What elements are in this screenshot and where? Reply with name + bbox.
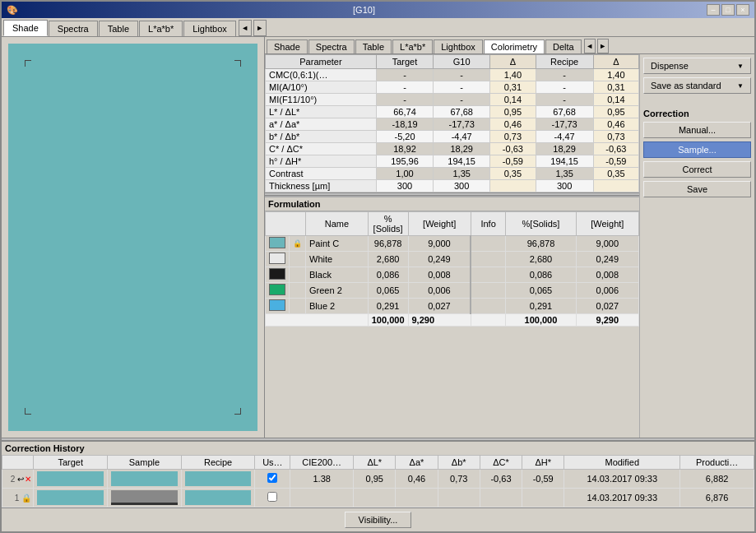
manual-button[interactable]: Manual...	[643, 122, 751, 138]
right-tab-spectra[interactable]: Spectra	[308, 39, 355, 53]
delta1-cell: 0,14	[490, 94, 536, 106]
right-tab-colorimetry[interactable]: Colorimetry	[484, 39, 545, 53]
pct-solids-right: 0,086	[506, 267, 576, 283]
weight-left: 0,006	[408, 283, 471, 299]
correct-button[interactable]: Correct	[643, 161, 751, 178]
colorimetry-table: Parameter Target G10 Δ Recipe Δ	[265, 54, 639, 192]
save-as-standard-button[interactable]: Save as standard ▼	[643, 77, 751, 94]
hist-col-dc: ΔC*	[480, 456, 522, 470]
delta2-cell: 0,46	[593, 118, 638, 131]
correction-label: Correction	[643, 109, 751, 118]
hist-checkbox-cell[interactable]	[255, 470, 290, 489]
formulation-row: Black 0,086 0,008 0,086 0,008	[266, 267, 639, 283]
weight-left: 0,008	[408, 267, 471, 283]
weight-right: 0,027	[576, 299, 638, 314]
left-panel	[2, 37, 265, 438]
hist-dc-cell	[480, 489, 522, 508]
right-tab-delta[interactable]: Delta	[545, 39, 582, 53]
tab-next-button[interactable]: ►	[253, 20, 267, 36]
visibility-button[interactable]: Visibility...	[345, 512, 412, 528]
formulation-row: Blue 2 0,291 0,027 0,291 0,027	[266, 299, 639, 314]
footer-info	[471, 314, 506, 327]
pct-solids-left: 0,086	[368, 267, 408, 283]
target-swatch	[37, 471, 104, 486]
right-tab-prev[interactable]: ◄	[584, 39, 596, 53]
right-tab-next[interactable]: ►	[597, 39, 609, 53]
recipe-cell: -	[536, 94, 593, 106]
hist-cie-cell	[290, 489, 354, 508]
right-tab-shade[interactable]: Shade	[267, 39, 308, 53]
colorimetry-row: Contrast 1,00 1,35 0,35 1,35 0,35	[266, 168, 639, 180]
tab-prev-button[interactable]: ◄	[239, 20, 252, 36]
right-tab-bar: Shade Spectra Table L*a*b* Lightbox Colo…	[265, 37, 754, 54]
dispense-button[interactable]: Dispense ▼	[643, 58, 751, 74]
swatch-cell	[266, 283, 290, 299]
side-buttons-panel: Dispense ▼ Save as standard ▼ Correction…	[639, 54, 754, 438]
lock-cell: 🔒	[290, 236, 306, 252]
history-checkbox[interactable]	[267, 473, 277, 483]
hist-target-cell	[34, 470, 108, 489]
swatch-cell	[266, 252, 290, 267]
hist-recipe-cell	[181, 489, 255, 508]
delta2-cell: 0,73	[593, 131, 638, 143]
colorimetry-row: CMC(0,6:1)(… - - 1,40 - 1,40	[266, 69, 639, 81]
sample-swatch	[111, 471, 178, 486]
hist-col-dh: ΔH*	[522, 456, 564, 470]
footer-wt2: 9,290	[576, 314, 638, 327]
color-swatch	[269, 237, 285, 248]
colorimetry-table-container: Parameter Target G10 Δ Recipe Δ	[265, 54, 639, 192]
g10-cell: -	[434, 94, 490, 106]
info-separator	[471, 236, 506, 252]
bottom-area: Visibility...	[2, 508, 754, 531]
hist-checkbox-cell[interactable]	[255, 489, 290, 508]
formulation-section: Formulation Name %[Solids] [Weight] Info	[265, 196, 639, 327]
weight-left: 0,027	[408, 299, 471, 314]
maximize-button[interactable]: □	[721, 4, 735, 16]
g10-cell: -	[434, 81, 490, 94]
info-separator	[471, 252, 506, 267]
main-window: 🎨 [G10] – □ × Shade Spectra Table L*a*b*…	[0, 0, 756, 533]
recipe-cell: -	[536, 69, 593, 81]
form-col-info: Info	[471, 212, 506, 236]
pct-solids-left: 0,065	[368, 283, 408, 299]
minimize-button[interactable]: –	[707, 4, 720, 16]
right-tab-lightbox[interactable]: Lightbox	[434, 39, 483, 53]
right-tab-table[interactable]: Table	[355, 39, 392, 53]
close-button[interactable]: ×	[736, 4, 749, 16]
delete-icon[interactable]: ✕	[25, 475, 31, 484]
tab-lab[interactable]: L*a*b*	[139, 21, 183, 36]
tab-lightbox[interactable]: Lightbox	[183, 21, 236, 36]
delta1-cell: 0,73	[490, 131, 536, 143]
undo-icon[interactable]: ↩	[17, 475, 24, 484]
lock-cell	[290, 299, 306, 314]
hist-dh-cell: -0,59	[522, 470, 564, 489]
pct-solids-right: 0,065	[506, 283, 576, 299]
lock-cell	[290, 283, 306, 299]
delta2-cell: -0,63	[593, 143, 638, 155]
param-cell: Thickness [µm]	[266, 180, 377, 192]
form-col-name: Name	[306, 212, 369, 236]
history-checkbox[interactable]	[267, 492, 277, 502]
right-tab-lab[interactable]: L*a*b*	[392, 39, 433, 53]
lock-cell	[290, 252, 306, 267]
recipe-cell: 194,15	[536, 155, 593, 168]
tab-table[interactable]: Table	[99, 21, 138, 36]
hist-num-cell: 2 ↩✕	[2, 470, 34, 489]
tab-shade[interactable]: Shade	[3, 20, 48, 36]
sample-button[interactable]: Sample...	[643, 141, 751, 158]
hist-col-recipe: Recipe	[181, 456, 255, 470]
save-button[interactable]: Save	[643, 181, 751, 197]
hist-sample-cell	[108, 489, 182, 508]
tab-spectra[interactable]: Spectra	[49, 21, 98, 36]
delta1-cell	[490, 180, 536, 192]
delta2-cell: 0,35	[593, 168, 638, 180]
delta1-cell: 0,46	[490, 118, 536, 131]
target-cell: 18,92	[376, 143, 433, 155]
right-panel: Shade Spectra Table L*a*b* Lightbox Colo…	[265, 37, 754, 438]
hist-target-cell	[34, 489, 108, 508]
hist-recipe-cell	[181, 470, 255, 489]
recipe-swatch	[185, 471, 252, 486]
pct-solids-right: 0,291	[506, 299, 576, 314]
hist-col-sample: Sample	[108, 456, 182, 470]
corner-br	[234, 408, 241, 415]
